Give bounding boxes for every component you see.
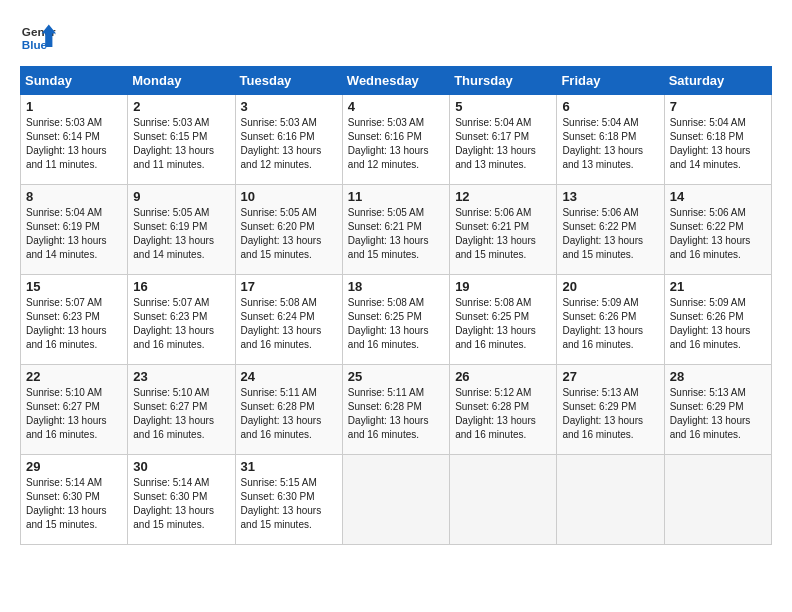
day-number: 8: [26, 189, 122, 204]
calendar-cell: 16 Sunrise: 5:07 AM Sunset: 6:23 PM Dayl…: [128, 275, 235, 365]
calendar-cell: 26 Sunrise: 5:12 AM Sunset: 6:28 PM Dayl…: [450, 365, 557, 455]
calendar-cell: 20 Sunrise: 5:09 AM Sunset: 6:26 PM Dayl…: [557, 275, 664, 365]
day-number: 13: [562, 189, 658, 204]
day-info: Sunrise: 5:04 AM Sunset: 6:18 PM Dayligh…: [670, 116, 766, 172]
day-info: Sunrise: 5:03 AM Sunset: 6:16 PM Dayligh…: [241, 116, 337, 172]
day-number: 20: [562, 279, 658, 294]
col-saturday: Saturday: [664, 67, 771, 95]
day-number: 14: [670, 189, 766, 204]
calendar-cell: 21 Sunrise: 5:09 AM Sunset: 6:26 PM Dayl…: [664, 275, 771, 365]
day-info: Sunrise: 5:09 AM Sunset: 6:26 PM Dayligh…: [670, 296, 766, 352]
calendar-cell: 15 Sunrise: 5:07 AM Sunset: 6:23 PM Dayl…: [21, 275, 128, 365]
day-info: Sunrise: 5:11 AM Sunset: 6:28 PM Dayligh…: [241, 386, 337, 442]
logo-icon: General Blue: [20, 20, 56, 56]
calendar-cell: 22 Sunrise: 5:10 AM Sunset: 6:27 PM Dayl…: [21, 365, 128, 455]
calendar-header-row: Sunday Monday Tuesday Wednesday Thursday…: [21, 67, 772, 95]
day-number: 5: [455, 99, 551, 114]
day-number: 16: [133, 279, 229, 294]
day-info: Sunrise: 5:13 AM Sunset: 6:29 PM Dayligh…: [670, 386, 766, 442]
calendar-week-row: 8 Sunrise: 5:04 AM Sunset: 6:19 PM Dayli…: [21, 185, 772, 275]
day-number: 27: [562, 369, 658, 384]
col-thursday: Thursday: [450, 67, 557, 95]
calendar-cell: 27 Sunrise: 5:13 AM Sunset: 6:29 PM Dayl…: [557, 365, 664, 455]
day-number: 19: [455, 279, 551, 294]
calendar-cell: 11 Sunrise: 5:05 AM Sunset: 6:21 PM Dayl…: [342, 185, 449, 275]
day-info: Sunrise: 5:05 AM Sunset: 6:21 PM Dayligh…: [348, 206, 444, 262]
calendar-cell: 1 Sunrise: 5:03 AM Sunset: 6:14 PM Dayli…: [21, 95, 128, 185]
day-info: Sunrise: 5:07 AM Sunset: 6:23 PM Dayligh…: [26, 296, 122, 352]
calendar-week-row: 15 Sunrise: 5:07 AM Sunset: 6:23 PM Dayl…: [21, 275, 772, 365]
day-info: Sunrise: 5:05 AM Sunset: 6:20 PM Dayligh…: [241, 206, 337, 262]
calendar-cell: 19 Sunrise: 5:08 AM Sunset: 6:25 PM Dayl…: [450, 275, 557, 365]
calendar-cell: 28 Sunrise: 5:13 AM Sunset: 6:29 PM Dayl…: [664, 365, 771, 455]
day-number: 1: [26, 99, 122, 114]
calendar-week-row: 29 Sunrise: 5:14 AM Sunset: 6:30 PM Dayl…: [21, 455, 772, 545]
calendar-cell: 29 Sunrise: 5:14 AM Sunset: 6:30 PM Dayl…: [21, 455, 128, 545]
day-number: 30: [133, 459, 229, 474]
logo: General Blue: [20, 20, 56, 56]
calendar-cell: 2 Sunrise: 5:03 AM Sunset: 6:15 PM Dayli…: [128, 95, 235, 185]
day-number: 26: [455, 369, 551, 384]
col-sunday: Sunday: [21, 67, 128, 95]
calendar-cell: 9 Sunrise: 5:05 AM Sunset: 6:19 PM Dayli…: [128, 185, 235, 275]
calendar-cell: 14 Sunrise: 5:06 AM Sunset: 6:22 PM Dayl…: [664, 185, 771, 275]
day-info: Sunrise: 5:08 AM Sunset: 6:25 PM Dayligh…: [348, 296, 444, 352]
calendar-cell: 25 Sunrise: 5:11 AM Sunset: 6:28 PM Dayl…: [342, 365, 449, 455]
day-info: Sunrise: 5:06 AM Sunset: 6:21 PM Dayligh…: [455, 206, 551, 262]
calendar-cell: 12 Sunrise: 5:06 AM Sunset: 6:21 PM Dayl…: [450, 185, 557, 275]
day-info: Sunrise: 5:14 AM Sunset: 6:30 PM Dayligh…: [133, 476, 229, 532]
day-number: 22: [26, 369, 122, 384]
calendar-cell: 18 Sunrise: 5:08 AM Sunset: 6:25 PM Dayl…: [342, 275, 449, 365]
page-header: General Blue: [20, 20, 772, 56]
day-number: 2: [133, 99, 229, 114]
col-wednesday: Wednesday: [342, 67, 449, 95]
day-info: Sunrise: 5:11 AM Sunset: 6:28 PM Dayligh…: [348, 386, 444, 442]
day-info: Sunrise: 5:12 AM Sunset: 6:28 PM Dayligh…: [455, 386, 551, 442]
day-number: 31: [241, 459, 337, 474]
calendar-cell: 4 Sunrise: 5:03 AM Sunset: 6:16 PM Dayli…: [342, 95, 449, 185]
calendar-cell: 6 Sunrise: 5:04 AM Sunset: 6:18 PM Dayli…: [557, 95, 664, 185]
day-number: 24: [241, 369, 337, 384]
calendar-cell: 24 Sunrise: 5:11 AM Sunset: 6:28 PM Dayl…: [235, 365, 342, 455]
day-number: 29: [26, 459, 122, 474]
calendar-cell: 5 Sunrise: 5:04 AM Sunset: 6:17 PM Dayli…: [450, 95, 557, 185]
calendar-cell: 10 Sunrise: 5:05 AM Sunset: 6:20 PM Dayl…: [235, 185, 342, 275]
day-info: Sunrise: 5:03 AM Sunset: 6:14 PM Dayligh…: [26, 116, 122, 172]
day-number: 18: [348, 279, 444, 294]
day-info: Sunrise: 5:10 AM Sunset: 6:27 PM Dayligh…: [133, 386, 229, 442]
day-info: Sunrise: 5:03 AM Sunset: 6:15 PM Dayligh…: [133, 116, 229, 172]
day-number: 23: [133, 369, 229, 384]
col-tuesday: Tuesday: [235, 67, 342, 95]
day-number: 28: [670, 369, 766, 384]
day-number: 12: [455, 189, 551, 204]
calendar-week-row: 1 Sunrise: 5:03 AM Sunset: 6:14 PM Dayli…: [21, 95, 772, 185]
calendar-cell: 8 Sunrise: 5:04 AM Sunset: 6:19 PM Dayli…: [21, 185, 128, 275]
day-number: 9: [133, 189, 229, 204]
day-info: Sunrise: 5:04 AM Sunset: 6:17 PM Dayligh…: [455, 116, 551, 172]
day-number: 6: [562, 99, 658, 114]
day-info: Sunrise: 5:03 AM Sunset: 6:16 PM Dayligh…: [348, 116, 444, 172]
day-number: 21: [670, 279, 766, 294]
calendar-cell: [342, 455, 449, 545]
svg-text:Blue: Blue: [22, 38, 48, 51]
calendar-cell: 7 Sunrise: 5:04 AM Sunset: 6:18 PM Dayli…: [664, 95, 771, 185]
calendar-cell: [450, 455, 557, 545]
day-info: Sunrise: 5:04 AM Sunset: 6:18 PM Dayligh…: [562, 116, 658, 172]
day-info: Sunrise: 5:08 AM Sunset: 6:24 PM Dayligh…: [241, 296, 337, 352]
day-info: Sunrise: 5:15 AM Sunset: 6:30 PM Dayligh…: [241, 476, 337, 532]
day-info: Sunrise: 5:14 AM Sunset: 6:30 PM Dayligh…: [26, 476, 122, 532]
day-number: 11: [348, 189, 444, 204]
day-number: 4: [348, 99, 444, 114]
calendar-cell: 3 Sunrise: 5:03 AM Sunset: 6:16 PM Dayli…: [235, 95, 342, 185]
day-info: Sunrise: 5:08 AM Sunset: 6:25 PM Dayligh…: [455, 296, 551, 352]
calendar-cell: [664, 455, 771, 545]
day-number: 3: [241, 99, 337, 114]
day-number: 7: [670, 99, 766, 114]
day-number: 25: [348, 369, 444, 384]
calendar-cell: 17 Sunrise: 5:08 AM Sunset: 6:24 PM Dayl…: [235, 275, 342, 365]
col-friday: Friday: [557, 67, 664, 95]
day-number: 10: [241, 189, 337, 204]
day-info: Sunrise: 5:10 AM Sunset: 6:27 PM Dayligh…: [26, 386, 122, 442]
calendar-cell: 23 Sunrise: 5:10 AM Sunset: 6:27 PM Dayl…: [128, 365, 235, 455]
day-info: Sunrise: 5:13 AM Sunset: 6:29 PM Dayligh…: [562, 386, 658, 442]
